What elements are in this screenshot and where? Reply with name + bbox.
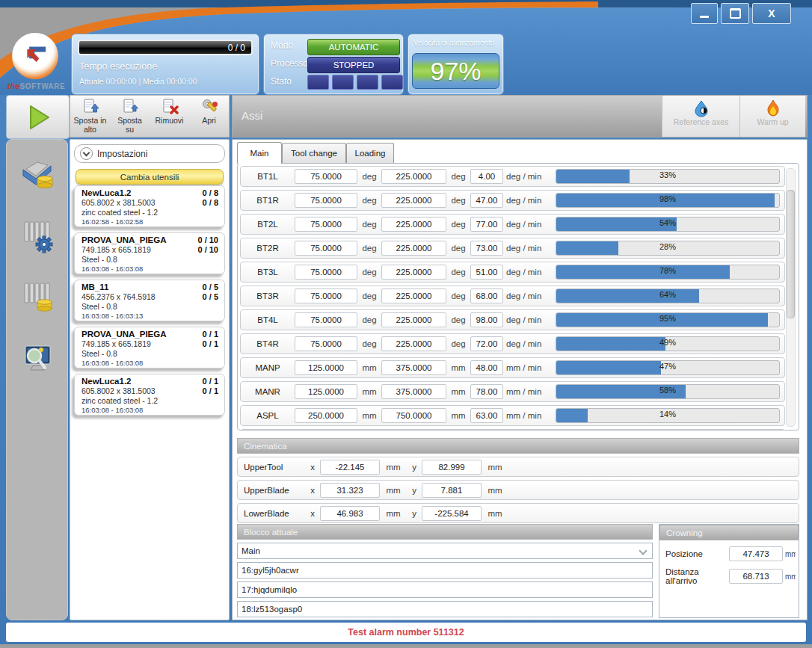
kinematics-header: Cinematica <box>237 438 799 454</box>
job-card[interactable]: NewLuca1.2 0 / 8 0 / 8 605.8002 x 381.50… <box>74 185 225 227</box>
close-icon: X <box>768 7 775 19</box>
y-value-field[interactable]: 82.999 <box>422 460 482 475</box>
axis-progressbar: 54% <box>556 217 780 232</box>
job-card[interactable]: PROVA_UNA_PIEGA 0 / 10 0 / 10 749.185 x … <box>74 232 225 274</box>
block-select[interactable]: Main <box>237 543 653 559</box>
position-field[interactable]: 47.473 <box>729 546 783 561</box>
document-arrow-up-icon <box>81 98 99 116</box>
sidebar-item-diagnostics[interactable] <box>19 340 55 376</box>
x-value-field[interactable]: 31.323 <box>320 483 380 498</box>
block-line[interactable]: 17:hjqdumilqlo <box>237 581 653 598</box>
tab-tool-change[interactable]: Tool change <box>282 143 346 163</box>
speed-field[interactable]: 4.00 <box>470 169 503 184</box>
axis-row: ASPL 250.0000 mm 750.0000 mm 63.00 mm / … <box>240 405 785 426</box>
vertical-scrollbar[interactable] <box>786 168 796 427</box>
app-logo <box>12 33 58 79</box>
position-field[interactable]: 75.0000 <box>295 217 357 232</box>
x-value-field[interactable]: 46.983 <box>320 506 380 521</box>
remove-button[interactable]: Rimuovi <box>150 96 189 137</box>
x-value-field[interactable]: -22.145 <box>320 460 380 475</box>
job-card[interactable]: MB_11 0 / 5 0 / 5 456.2376 x 764.5918 St… <box>74 280 225 321</box>
chevron-down-icon <box>80 147 93 160</box>
speed-field[interactable]: 98.00 <box>470 312 503 327</box>
axis-progressbar: 47% <box>556 360 780 375</box>
speed-field[interactable]: 72.00 <box>470 336 503 351</box>
start-button[interactable] <box>6 95 70 139</box>
target-field[interactable]: 225.0000 <box>381 193 446 208</box>
position-field[interactable]: 125.0000 <box>295 384 357 399</box>
warm-up-button[interactable]: Warm up <box>739 96 805 137</box>
alarm-bar[interactable]: Test alarm number 511312 <box>6 623 806 642</box>
tab-loading[interactable]: Loading <box>346 143 394 163</box>
target-field[interactable]: 225.0000 <box>381 217 446 232</box>
alarm-text: Test alarm number 511312 <box>348 627 464 638</box>
current-block-header: Blocco attuale <box>237 524 653 540</box>
speed-field[interactable]: 63.00 <box>470 408 503 423</box>
change-tools-button[interactable]: Cambia utensili <box>76 169 224 185</box>
target-field[interactable]: 750.0000 <box>381 408 446 423</box>
speed-field[interactable]: 68.00 <box>470 288 503 303</box>
crowning-panel: Crowning Posizione 47.473 mm Distanza al… <box>659 524 799 618</box>
speed-field[interactable]: 77.00 <box>470 217 503 232</box>
target-field[interactable]: 225.0000 <box>381 312 446 327</box>
y-value-field[interactable]: 7.881 <box>422 483 482 498</box>
minimize-button[interactable] <box>691 3 718 24</box>
position-field[interactable]: 75.0000 <box>295 193 357 208</box>
processo-label: Processo <box>271 58 308 69</box>
tempo-times: Attuale 00:00:00 | Media 00:00:00 <box>79 77 197 86</box>
axis-row: BT2R 75.0000 deg 225.0000 deg 73.00 deg … <box>240 238 785 259</box>
position-field[interactable]: 75.0000 <box>295 169 357 184</box>
block-line[interactable]: 16:gyl5jh0acwr <box>237 562 653 578</box>
sidebar-item-tool-database[interactable] <box>19 279 55 315</box>
target-field[interactable]: 375.0000 <box>381 384 446 399</box>
reference-axes-button[interactable]: Reference axes <box>662 96 739 137</box>
distance-field[interactable]: 68.713 <box>729 569 783 584</box>
feed-rate-panel: Velocità di avanzamento 97% <box>407 34 504 95</box>
tab-main[interactable]: Main <box>237 142 282 164</box>
brand-text: theSOFTWARE <box>7 82 65 90</box>
axis-progressbar: 58% <box>556 384 780 399</box>
feed-rate-title: Velocità di avanzamento <box>413 39 494 47</box>
position-field[interactable]: 125.0000 <box>295 360 357 375</box>
modo-value-button[interactable]: AUTOMATIC <box>307 39 400 55</box>
block-line[interactable]: 18:lz513ogasp0 <box>237 601 653 617</box>
stato-indicators <box>307 75 403 90</box>
warm-up-flame-icon <box>765 99 781 117</box>
speed-field[interactable]: 73.00 <box>470 241 503 256</box>
document-arrow-up-icon <box>121 98 139 116</box>
target-field[interactable]: 225.0000 <box>381 336 446 351</box>
close-button[interactable]: X <box>752 3 791 24</box>
speed-field[interactable]: 78.00 <box>470 384 503 399</box>
sidebar-item-tool-setup[interactable] <box>19 217 55 253</box>
move-to-top-button[interactable]: Sposta inalto <box>70 96 110 137</box>
target-field[interactable]: 375.0000 <box>381 360 446 375</box>
sidebar-item-parts-database[interactable] <box>19 156 55 192</box>
move-up-button[interactable]: Spostasu <box>110 96 150 137</box>
tool-database-icon <box>19 279 55 315</box>
maximize-button[interactable] <box>721 3 749 24</box>
target-field[interactable]: 225.0000 <box>381 241 446 256</box>
speed-field[interactable]: 51.00 <box>470 265 503 280</box>
open-button[interactable]: Apri <box>189 96 229 137</box>
target-field[interactable]: 225.0000 <box>381 169 446 184</box>
position-field[interactable]: 75.0000 <box>295 241 357 256</box>
monitor-search-icon <box>19 340 55 376</box>
target-field[interactable]: 225.0000 <box>381 265 446 280</box>
position-field[interactable]: 250.0000 <box>295 408 357 423</box>
scrollbar-thumb[interactable] <box>787 190 795 318</box>
y-value-field[interactable]: -225.584 <box>422 506 482 521</box>
position-field[interactable]: 75.0000 <box>295 336 357 351</box>
job-card[interactable]: PROVA_UNA_PIEGA 0 / 1 0 / 1 749.185 x 66… <box>74 327 225 368</box>
position-field[interactable]: 75.0000 <box>295 265 357 280</box>
target-field[interactable]: 225.0000 <box>381 288 446 303</box>
settings-expander[interactable]: Impostazioni <box>74 144 225 163</box>
axis-row: ASPR 250.0000 mm 750.0000 mm 40.00 mm / … <box>240 429 785 431</box>
position-field[interactable]: 75.0000 <box>295 312 357 327</box>
speed-field[interactable]: 47.00 <box>470 193 503 208</box>
position-field[interactable]: 75.0000 <box>295 288 357 303</box>
axis-progressbar: 28% <box>556 241 780 256</box>
processo-value-button[interactable]: STOPPED <box>307 57 400 73</box>
speed-field[interactable]: 48.00 <box>470 360 503 375</box>
stato-indicator-4 <box>381 75 403 90</box>
job-card[interactable]: NewLuca1.2 0 / 1 0 / 1 605.8002 x 381.50… <box>74 374 225 416</box>
